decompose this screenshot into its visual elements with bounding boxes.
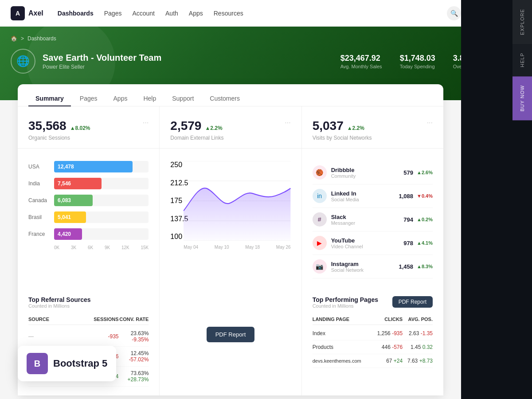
- x-label-2: May 18: [245, 245, 260, 250]
- bar-chart: USA 12,478 India 7,546 Canada 6,08: [28, 161, 149, 250]
- social-name: Linked In: [331, 190, 359, 197]
- bar-fill: 12,478: [54, 161, 133, 172]
- stat-more-1[interactable]: ···: [285, 119, 290, 127]
- stat-label-0: Organic Sessions: [28, 135, 149, 141]
- tab-customers[interactable]: Customers: [203, 91, 247, 106]
- tab-summary[interactable]: Summary: [28, 91, 71, 106]
- bar-track: 12,478: [54, 161, 149, 172]
- sidebar-buy[interactable]: Buy now: [512, 76, 532, 120]
- bar-value: 12,478: [58, 164, 74, 170]
- social-info: Slack Messanger: [331, 214, 355, 226]
- stat-more-2[interactable]: ···: [427, 119, 433, 127]
- table-row: Index 1,256 -935 2.63 -1.35: [313, 327, 433, 340]
- tab-support[interactable]: Support: [165, 91, 201, 106]
- pages-sub: Counted in Millions: [313, 303, 378, 309]
- nav-links: Dashboards Pages Account Auth Apps Resou…: [58, 10, 447, 17]
- social-count: 978: [403, 240, 413, 246]
- social-count: 1,458: [399, 263, 413, 270]
- hero-info: Save Earth - Volunteer Team Power Elite …: [43, 53, 333, 70]
- social-type: Video Channel: [331, 244, 363, 249]
- hero-subtitle: Power Elite Seller: [43, 64, 333, 70]
- bootstrap-icon: B: [27, 353, 48, 374]
- bar-axis: 0K3K6K9K12K15K: [28, 245, 149, 250]
- stat-number-1: 2,579: [170, 119, 201, 133]
- line-chart-cell: 250 212.5 175 137.5 100: [160, 149, 301, 287]
- bar-fill: 7,546: [54, 178, 102, 189]
- stat-card-1: ··· 2,579 ▲2.2% Domain External Links: [160, 106, 301, 148]
- social-change: ▲8.3%: [417, 264, 433, 269]
- nav-dashboards[interactable]: Dashboards: [58, 10, 94, 17]
- bar-row: Canada 6,083: [28, 195, 149, 206]
- top-pages: Top Performing Pages Counted in Millions…: [302, 287, 443, 395]
- social-row: in Linked In Social Media 1,088 ▼0.4%: [313, 184, 433, 208]
- social-list: 🏀 Dribbble Community 579 ▲2.6% in Linked…: [313, 161, 433, 278]
- breadcrumb-home[interactable]: 🏠: [11, 35, 17, 42]
- hero-stat-1: $1,748.03 Today Spending: [400, 54, 435, 69]
- pdf-report-pages-button[interactable]: PDF Report: [392, 296, 433, 308]
- hero-logo: 🌐: [11, 49, 35, 74]
- referral-title: Top Referral Sources: [28, 296, 149, 303]
- brand[interactable]: A Axel: [11, 6, 43, 20]
- tab-pages[interactable]: Pages: [73, 91, 105, 106]
- bar-fill: 5,041: [54, 211, 86, 223]
- hero-title: Save Earth - Volunteer Team: [43, 53, 333, 63]
- social-type: Messanger: [331, 220, 355, 226]
- social-row: ▶ YouTube Video Channel 978 ▲4.1%: [313, 231, 433, 255]
- table-row: — -935 23.63% -9.35%: [28, 327, 149, 347]
- nav-resources[interactable]: Resources: [214, 10, 243, 17]
- hero-stat-0: $23,467.92 Avg. Monthly Sales: [340, 54, 382, 69]
- nav-pages[interactable]: Pages: [104, 10, 122, 17]
- dark-sidebar: Explore Help Buy now: [461, 0, 532, 399]
- bar-fill: 4,420: [54, 228, 82, 240]
- social-type: Social Network: [331, 267, 364, 273]
- bar-fill: 6,083: [54, 195, 93, 206]
- bar-row: USA 12,478: [28, 161, 149, 172]
- table-row: devs.keenthemes.com 67 +24 7.63 +8.73: [313, 354, 433, 368]
- brand-name: Axel: [28, 9, 43, 17]
- referral-header: SOURCE SESSIONS CONV. RATE: [28, 314, 149, 325]
- tab-apps[interactable]: Apps: [106, 91, 135, 106]
- breadcrumb-sep: >: [21, 35, 24, 42]
- social-chart-cell: 🏀 Dribbble Community 579 ▲2.6% in Linked…: [302, 149, 443, 287]
- stat-number-2: 5,037: [313, 119, 344, 133]
- bar-axis-label: 3K: [71, 245, 76, 250]
- bar-track: 4,420: [54, 228, 149, 240]
- bar-track: 7,546: [54, 178, 149, 189]
- social-info: YouTube Video Channel: [331, 237, 363, 249]
- sidebar-help[interactable]: Help: [512, 44, 532, 76]
- bar-axis-label: 0K: [54, 245, 59, 250]
- bar-country: France: [28, 231, 51, 237]
- social-change: ▲2.6%: [417, 170, 433, 175]
- social-info: Instagram Social Network: [331, 261, 364, 273]
- bar-row: India 7,546: [28, 178, 149, 189]
- bar-row: Brasil 5,041: [28, 211, 149, 223]
- social-icon: ▶: [313, 236, 327, 250]
- pages-title: Top Performing Pages: [313, 296, 378, 303]
- nav-auth[interactable]: Auth: [165, 10, 178, 17]
- pdf-report-button[interactable]: PDF Report: [207, 327, 255, 342]
- tab-help[interactable]: Help: [136, 91, 163, 106]
- search-button[interactable]: 🔍: [447, 6, 461, 20]
- stat-change-1: ▲2.2%: [205, 125, 222, 131]
- x-label-1: May 10: [215, 245, 229, 250]
- social-count: 794: [403, 216, 413, 223]
- social-info: Linked In Social Media: [331, 190, 359, 202]
- nav-apps[interactable]: Apps: [189, 10, 203, 17]
- x-label-0: May 04: [184, 245, 198, 250]
- bar-row: France 4,420: [28, 228, 149, 240]
- stats-grid: ··· 35,568 ▲8.02% Organic Sessions ··· 2…: [18, 106, 443, 149]
- nav-account[interactable]: Account: [132, 10, 155, 17]
- social-change: ▲0.2%: [417, 217, 433, 222]
- sidebar-explore[interactable]: Explore: [512, 0, 532, 44]
- stat-card-0: ··· 35,568 ▲8.02% Organic Sessions: [18, 106, 159, 148]
- bar-value: 7,546: [58, 180, 71, 187]
- social-icon: 🏀: [313, 165, 327, 180]
- x-label-3: May 26: [276, 245, 291, 250]
- bar-axis-label: 9K: [105, 245, 110, 250]
- bar-value: 4,420: [58, 231, 71, 237]
- hero-content: 🌐 Save Earth - Volunteer Team Power Elit…: [11, 49, 521, 74]
- stat-more-0[interactable]: ···: [143, 119, 149, 127]
- bar-value: 5,041: [58, 214, 71, 220]
- social-type: Community: [331, 173, 356, 179]
- referral-sub: Counted in Millions: [28, 303, 149, 309]
